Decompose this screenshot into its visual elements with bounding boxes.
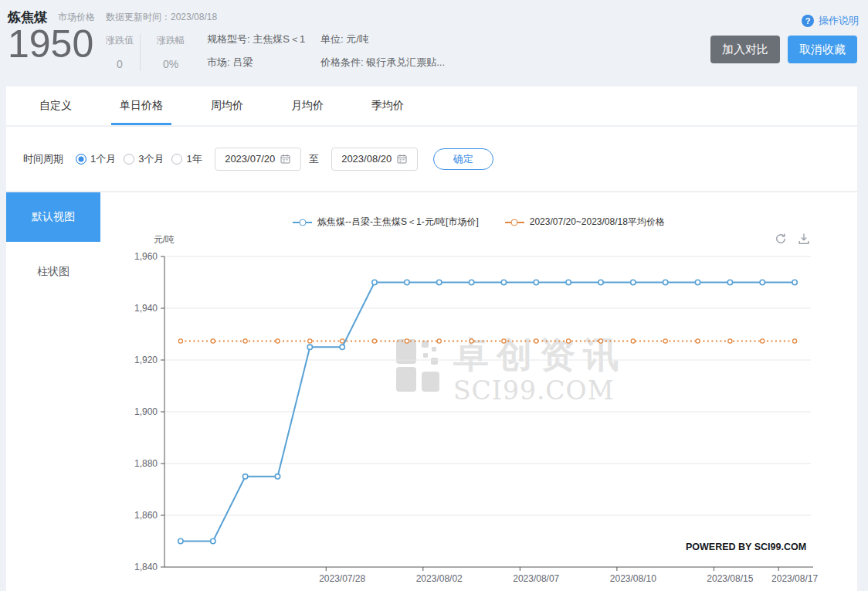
current-price: 1950 (8, 22, 93, 66)
update-time-value: 2023/08/18 (171, 12, 217, 22)
unit-info: 单位: 元/吨 (320, 32, 369, 46)
line-circle-marker-icon (505, 219, 524, 226)
svg-text:2023/08/10: 2023/08/10 (610, 573, 656, 584)
radio-1-month[interactable]: 1个月 (76, 152, 116, 166)
add-compare-button[interactable]: 加入对比 (710, 36, 780, 63)
confirm-button[interactable]: 确定 (433, 148, 493, 170)
calendar-icon (280, 154, 290, 164)
refresh-icon[interactable] (774, 232, 788, 246)
y-axis-unit-label: 元/吨 (128, 233, 175, 246)
svg-text:1,880: 1,880 (134, 458, 158, 469)
radio-dot-icon (124, 154, 134, 165)
tab-weekly-avg[interactable]: 周均价 (209, 87, 246, 125)
change-pct-block: 涨跌幅 0% (153, 34, 188, 70)
to-label: 至 (309, 152, 319, 166)
svg-text:1,940: 1,940 (134, 303, 158, 314)
market-info: 市场: 吕梁 (207, 56, 253, 70)
change-pct: 0% (153, 58, 188, 70)
end-date-value: 2023/08/20 (341, 153, 392, 165)
line-circle-marker-icon (293, 219, 312, 226)
tab-custom[interactable]: 自定义 (37, 87, 74, 125)
change-pct-label: 涨跌幅 (153, 34, 188, 47)
chart-toolbox (774, 232, 811, 246)
time-period-label: 时间周期 (23, 152, 63, 166)
app-page: 炼焦煤 市场价格 数据更新时间：2023/08/18 ? 操作说明 1950 涨… (0, 0, 868, 591)
svg-text:2023/08/17: 2023/08/17 (771, 573, 818, 584)
divider (140, 34, 141, 71)
radio-dot-icon (76, 154, 86, 165)
radio-3-month-label: 3个月 (138, 152, 164, 166)
price-condition-info: 价格条件: 银行承兑汇票贴... (320, 56, 445, 70)
legend-item-series[interactable]: 炼焦煤--吕梁-主焦煤S＜1-元/吨[市场价] (293, 216, 479, 229)
legend-item-average[interactable]: 2023/07/20~2023/08/18平均价格 (505, 216, 665, 229)
svg-text:1,960: 1,960 (134, 251, 158, 262)
help-label: 操作说明 (819, 14, 859, 28)
svg-text:1,900: 1,900 (134, 406, 158, 417)
change-value-label: 涨跌值 (102, 34, 137, 47)
powered-by-label: POWERED BY SCI99.COM (686, 542, 806, 552)
sidebar-item-bar-chart[interactable]: 柱状图 (6, 259, 100, 285)
svg-text:1,860: 1,860 (134, 510, 158, 521)
start-date-input[interactable]: 2023/07/20 (215, 148, 301, 171)
tab-monthly-avg[interactable]: 月均价 (289, 87, 326, 125)
price-tabs: 自定义 单日价格 周均价 月均价 季均价 (6, 87, 857, 125)
update-time: 数据更新时间：2023/08/18 (106, 11, 217, 24)
radio-3-month[interactable]: 3个月 (124, 152, 164, 166)
time-period-filter: 时间周期 1个月 3个月 1年 2023/07/20 至 2023/08/20 … (6, 126, 857, 191)
change-value: 0 (102, 58, 137, 70)
change-value-block: 涨跌值 0 (102, 34, 137, 70)
sidebar-item-default-view[interactable]: 默认视图 (6, 192, 100, 242)
radio-1-year-label: 1年 (186, 152, 202, 166)
radio-1-year[interactable]: 1年 (171, 152, 202, 166)
radio-dot-icon (171, 154, 182, 165)
tab-daily-price[interactable]: 单日价格 (117, 87, 165, 125)
download-icon[interactable] (797, 232, 811, 246)
question-circle-icon: ? (802, 15, 814, 27)
price-line-chart[interactable]: 1,8401,8601,8801,9001,9201,9401,9602023/… (108, 246, 849, 591)
cancel-favorite-button[interactable]: 取消收藏 (788, 36, 857, 63)
svg-text:2023/08/02: 2023/08/02 (416, 573, 463, 584)
radio-1-month-label: 1个月 (90, 152, 116, 166)
tab-quarterly-avg[interactable]: 季均价 (369, 87, 406, 125)
svg-text:2023/08/07: 2023/08/07 (513, 573, 559, 584)
chart-card: 默认视图 柱状图 炼焦煤--吕梁-主焦煤S＜1-元/吨[市场价] 2023/07… (6, 192, 857, 591)
start-date-value: 2023/07/20 (225, 153, 275, 165)
update-time-label: 数据更新时间： (106, 12, 171, 22)
end-date-input[interactable]: 2023/08/20 (331, 148, 418, 171)
svg-text:1,920: 1,920 (134, 355, 158, 365)
legend-series-label: 炼焦煤--吕梁-主焦煤S＜1-元/吨[市场价] (317, 216, 479, 229)
help-link[interactable]: ? 操作说明 (802, 14, 859, 28)
svg-text:2023/08/15: 2023/08/15 (707, 573, 753, 584)
chart-legend: 炼焦煤--吕梁-主焦煤S＜1-元/吨[市场价] 2023/07/20~2023/… (100, 216, 857, 229)
svg-text:2023/07/28: 2023/07/28 (319, 573, 365, 584)
legend-average-label: 2023/07/20~2023/08/18平均价格 (530, 216, 665, 229)
spec-info: 规格型号: 主焦煤S＜1 (207, 32, 305, 46)
svg-text:1,840: 1,840 (134, 562, 158, 572)
calendar-icon (397, 154, 407, 164)
